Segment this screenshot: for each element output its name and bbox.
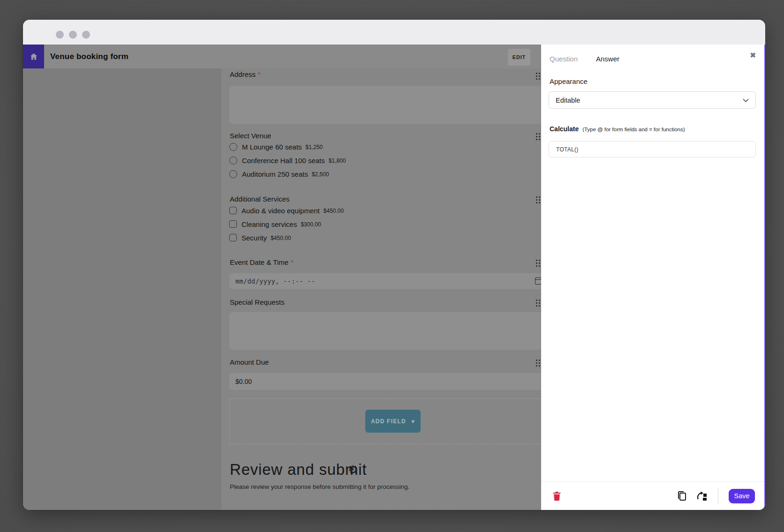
option-price: $300.00 bbox=[301, 220, 321, 228]
checkbox-label: Security bbox=[241, 234, 267, 242]
close-icon[interactable] bbox=[750, 51, 756, 60]
convert-icon bbox=[696, 491, 708, 501]
copy-icon bbox=[677, 490, 687, 502]
radio-label: Conference Hall 100 seats bbox=[242, 157, 325, 165]
tab-question[interactable]: Question bbox=[550, 55, 578, 63]
copy-field-button[interactable] bbox=[677, 490, 687, 502]
field-label-additional-services: Additional Services bbox=[230, 195, 290, 203]
browser-titlebar bbox=[23, 20, 765, 45]
review-subtitle: Please review your response before submi… bbox=[230, 483, 409, 490]
radio-option-row: Conference Hall 100 seats $1,800 bbox=[229, 155, 346, 165]
calculate-hint: (Type @ for form fields and = for functi… bbox=[582, 127, 685, 132]
screenshot-stage: Venue booking form EDIT Address* Select … bbox=[0, 0, 784, 532]
checkbox[interactable] bbox=[229, 234, 237, 241]
option-price: $2,500 bbox=[312, 170, 329, 178]
checkbox-option-row: Audio & video equipment $450.00 bbox=[229, 205, 344, 216]
radio-option-row: Auditorium 250 seats $2,500 bbox=[229, 169, 329, 179]
calculate-input[interactable]: TOTAL() bbox=[549, 141, 756, 157]
tab-answer[interactable]: Answer bbox=[596, 55, 619, 63]
field-label-special-requests: Special Requests bbox=[230, 298, 285, 306]
field-label-event-date: Event Date & Time* bbox=[230, 258, 294, 266]
field-label-amount-due: Amount Due bbox=[230, 358, 269, 366]
radio-button[interactable] bbox=[229, 157, 237, 165]
option-price: $450.00 bbox=[271, 234, 291, 241]
checkbox[interactable] bbox=[229, 220, 237, 228]
edit-button[interactable]: EDIT bbox=[508, 49, 530, 66]
field-label-select-venue: Select Venue bbox=[230, 132, 271, 140]
window-control-dot[interactable] bbox=[82, 30, 90, 38]
save-button[interactable]: Save bbox=[729, 489, 755, 503]
section-title-review: Review and submit bbox=[230, 461, 367, 479]
datetime-placeholder: mm/dd/yyyy, --:-- -- bbox=[235, 273, 316, 289]
window-control-dot[interactable] bbox=[56, 30, 64, 38]
field-label-address: Address* bbox=[230, 70, 261, 78]
home-button[interactable] bbox=[23, 45, 44, 68]
chevron-down-icon bbox=[743, 98, 749, 102]
appearance-label: Appearance bbox=[550, 77, 588, 85]
required-marker: * bbox=[291, 258, 294, 266]
appearance-select[interactable]: Editable bbox=[549, 91, 756, 109]
window-control-dot[interactable] bbox=[69, 30, 77, 38]
dropdown-caret-icon bbox=[412, 418, 415, 425]
address-textarea[interactable] bbox=[229, 86, 556, 124]
radio-option-row: M Lounge 60 seats $1,250 bbox=[229, 142, 323, 152]
calculate-label-row: Calculate (Type @ for form fields and = … bbox=[550, 125, 685, 133]
appearance-value: Editable bbox=[556, 97, 580, 104]
option-price: $450.00 bbox=[324, 207, 344, 214]
calculate-value: TOTAL() bbox=[556, 146, 579, 153]
panel-footer: Save bbox=[541, 481, 764, 510]
datetime-input[interactable]: mm/dd/yyyy, --:-- -- bbox=[229, 273, 556, 289]
delete-field-button[interactable] bbox=[552, 491, 561, 501]
page-title: Venue booking form bbox=[50, 45, 128, 68]
page-background bbox=[23, 68, 221, 510]
home-icon bbox=[29, 52, 38, 61]
field-editor-panel: Question Answer Appearance Editable Calc… bbox=[541, 45, 765, 510]
radio-button[interactable] bbox=[229, 143, 237, 151]
checkbox-label: Cleaning services bbox=[241, 220, 297, 228]
trash-icon bbox=[552, 491, 561, 501]
calculate-label: Calculate bbox=[550, 125, 579, 133]
checkbox-option-row: Cleaning services $300.00 bbox=[229, 219, 321, 229]
radio-label: M Lounge 60 seats bbox=[242, 143, 302, 151]
footer-divider bbox=[718, 487, 718, 504]
special-requests-textarea[interactable] bbox=[229, 312, 556, 350]
app-window: Venue booking form EDIT Address* Select … bbox=[23, 20, 765, 510]
checkbox[interactable] bbox=[229, 207, 237, 214]
calendar-icon[interactable] bbox=[535, 277, 542, 285]
checkbox-label: Audio & video equipment bbox=[241, 207, 320, 215]
add-field-button[interactable]: ADD FIELD bbox=[365, 410, 421, 433]
radio-label: Auditorium 250 seats bbox=[242, 170, 308, 178]
radio-button[interactable] bbox=[229, 170, 237, 178]
option-price: $1,250 bbox=[306, 143, 323, 150]
amount-due-input[interactable]: $0.00 bbox=[229, 373, 556, 390]
amount-due-value: $0.00 bbox=[235, 373, 252, 390]
required-marker: * bbox=[258, 70, 261, 78]
option-price: $1,800 bbox=[329, 157, 346, 164]
convert-field-button[interactable] bbox=[696, 491, 708, 501]
checkbox-option-row: Security $450.00 bbox=[229, 232, 291, 243]
gear-icon[interactable] bbox=[348, 463, 358, 476]
